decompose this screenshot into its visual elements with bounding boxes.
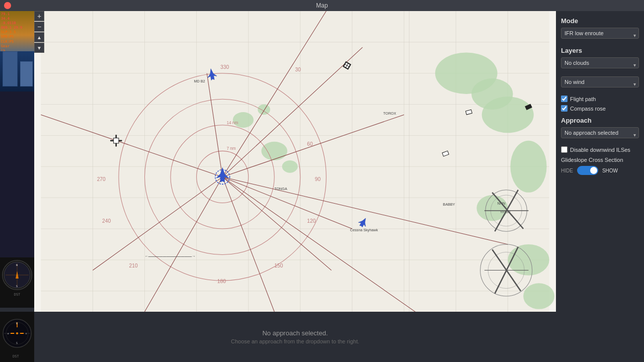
layers-label: Layers [561, 47, 639, 54]
svg-point-29 [510, 141, 546, 193]
map-view[interactable]: 330 30 60 90 120 150 180 210 240 270 14 … [34, 11, 556, 312]
approach-label: Approach [561, 117, 639, 124]
title-bar: Map [0, 0, 644, 11]
svg-point-36 [282, 160, 298, 173]
svg-text:30: 30 [295, 67, 301, 72]
zoom-out-button[interactable]: − [34, 22, 44, 32]
wind-dropdown[interactable]: No wind Light wind Moderate wind Strong … [561, 76, 639, 87]
svg-text:330: 330 [220, 64, 229, 70]
approach-dropdown-wrapper[interactable]: No approach selected ▾ [561, 127, 639, 142]
right-panel: Mode IFR low enroute IFR high enroute VF… [556, 11, 644, 362]
pan-up-button[interactable]: ▲ [34, 32, 44, 42]
hud-overlay: 79.134.4-0.011B069.1 29.9 SLP:3.5SPD:P5C… [1, 12, 22, 53]
svg-text:TOROX: TOROX [383, 111, 396, 116]
svg-text:S: S [16, 285, 18, 288]
glideslope-section: Glideslope Cross Section HIDE SHOW [561, 157, 639, 175]
compass-rose-row: Compass rose [561, 105, 639, 112]
map-svg: 330 30 60 90 120 150 180 210 240 270 14 … [34, 11, 556, 312]
svg-point-34 [258, 105, 270, 115]
svg-text:90: 90 [315, 176, 321, 182]
instrument-display: N S DST [0, 257, 34, 308]
svg-text:270: 270 [97, 176, 106, 182]
svg-text:MD B2: MD B2 [194, 79, 205, 83]
flight-path-label: Flight path [570, 96, 596, 102]
glideslope-title: Glideslope Cross Section [561, 157, 639, 163]
svg-point-32 [523, 283, 554, 309]
camera-view: 79.134.4-0.011B069.1 29.9 SLP:3.5SPD:P5C… [0, 11, 34, 92]
mode-label: Mode [561, 17, 639, 25]
glideslope-toggle-row: HIDE SHOW [561, 166, 639, 175]
close-button[interactable] [4, 2, 11, 9]
mini-instrument-svg: N E S W DST [2, 313, 33, 361]
wind-dropdown-wrapper[interactable]: No wind Light wind Moderate wind Strong … [561, 76, 639, 92]
svg-text:←————————————→: ←————————————→ [145, 254, 196, 258]
svg-text:180: 180 [217, 279, 226, 284]
svg-rect-67 [114, 138, 119, 143]
svg-text:210: 210 [129, 263, 138, 268]
svg-text:BABBY: BABBY [443, 202, 455, 207]
left-panel: 79.134.4-0.011B069.1 29.9 SLP:3.5SPD:P5C… [0, 11, 34, 308]
svg-text:240: 240 [102, 218, 111, 224]
toggle-knob [590, 167, 597, 174]
svg-text:TONGA: TONGA [274, 187, 287, 191]
svg-text:N: N [16, 322, 18, 325]
approach-sub-text: Choose an approach from the dropdown to … [231, 338, 359, 344]
svg-text:S: S [16, 341, 18, 344]
zoom-in-button[interactable]: + [34, 11, 44, 21]
mode-dropdown[interactable]: IFR low enroute IFR high enroute VFR Sat… [561, 28, 639, 39]
bottom-status-bar: No approach selected. Choose an approach… [34, 312, 556, 362]
disable-downwind-row: Disable downwind ILSes [561, 146, 639, 153]
svg-point-31 [508, 244, 549, 276]
svg-point-33 [233, 112, 254, 128]
clouds-dropdown[interactable]: No clouds Few clouds Scattered Broken Ov… [561, 57, 639, 68]
glideslope-toggle[interactable] [577, 166, 598, 175]
mode-dropdown-wrapper[interactable]: IFR low enroute IFR high enroute VFR Sat… [561, 28, 639, 43]
compass-rose-checkbox[interactable] [561, 105, 568, 112]
clouds-dropdown-wrapper[interactable]: No clouds Few clouds Scattered Broken Ov… [561, 57, 639, 72]
disable-downwind-label: Disable downwind ILSes [570, 147, 630, 153]
compass-rose-label: Compass rose [570, 106, 606, 112]
svg-text:DST: DST [13, 354, 19, 358]
svg-text:7 nm: 7 nm [226, 146, 235, 151]
disable-downwind-checkbox[interactable] [561, 146, 568, 153]
pan-down-button[interactable]: ▼ [34, 43, 44, 53]
flight-path-row: Flight path [561, 96, 639, 102]
svg-point-107 [16, 332, 18, 334]
window-title: Map [316, 2, 328, 9]
flight-path-checkbox[interactable] [561, 96, 568, 102]
toggle-hide-label: HIDE [561, 168, 573, 173]
svg-text:14 nm: 14 nm [226, 121, 238, 125]
svg-text:120: 120 [307, 218, 315, 224]
svg-text:Cessna Skyhawk: Cessna Skyhawk [350, 228, 378, 232]
svg-text:N: N [16, 263, 18, 266]
map-toolbar: + − ▲ ▼ [34, 11, 44, 53]
approach-status-text: No approach selected. [262, 329, 328, 337]
toggle-show-label: SHOW [602, 168, 618, 173]
svg-point-35 [261, 142, 287, 160]
svg-text:150: 150 [274, 263, 283, 268]
svg-point-28 [482, 97, 534, 133]
mini-instrument-panel: N E S W DST [0, 312, 34, 362]
approach-dropdown[interactable]: No approach selected [561, 127, 639, 138]
attitude-indicator: N S [2, 260, 32, 290]
